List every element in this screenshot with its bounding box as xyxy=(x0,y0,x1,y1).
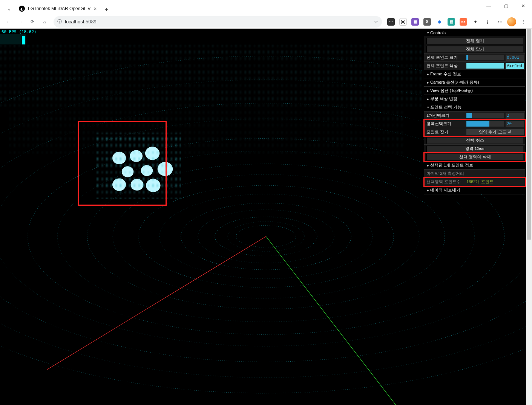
extension-6[interactable]: ▤ xyxy=(446,17,457,27)
slider[interactable] xyxy=(466,113,504,118)
page-scrollbar[interactable] xyxy=(526,29,532,405)
highlight-area-select: 영역선택크기 20 포인트 잡기 영역 추가 모드 ⇵ xyxy=(424,120,525,136)
bookmark-icon[interactable]: ☆ xyxy=(374,19,378,24)
value-field[interactable]: 20 xyxy=(506,121,524,127)
scrollbar-thumb[interactable] xyxy=(527,29,531,240)
chevron-down-icon: ⌄ xyxy=(7,6,11,12)
selection-cancel-button[interactable]: 선택 취소 xyxy=(424,136,525,145)
viewport: 60 FPS (18-62) ▾ Controls 전체 열기 전체 닫기 전체… xyxy=(0,29,532,405)
chevron-right-icon: ▸ xyxy=(426,164,430,167)
close-all-button[interactable]: 전체 닫기 xyxy=(424,45,525,53)
extension-5[interactable]: ◉ xyxy=(434,17,445,27)
folder-export[interactable]: ▸ 데이터 내보내기 xyxy=(424,186,525,194)
delete-selected-area-button[interactable]: 선택 영역의 삭제 xyxy=(424,153,525,161)
last-two-distance: 마지막 2개 측정거리 xyxy=(424,170,525,178)
count-value: 1662개 포인트 xyxy=(466,179,494,185)
extension-4[interactable]: S xyxy=(422,17,432,27)
svg-rect-18 xyxy=(9,107,405,154)
color-swatch[interactable] xyxy=(466,63,504,69)
extension-2[interactable]: (■) xyxy=(398,17,408,27)
chevron-down-icon: ▾ xyxy=(426,31,430,35)
folder-partial-color[interactable]: ▸ 부분 색상 변경 xyxy=(424,95,525,103)
slider[interactable] xyxy=(466,121,504,127)
fps-graph xyxy=(0,34,26,44)
avatar-icon xyxy=(507,17,516,26)
window-titlebar: ⌄ ◐ LG Innotek MLiDAR OpenGL V × + ― ▢ ✕ xyxy=(0,0,532,15)
value-field[interactable]: 2 xyxy=(506,113,524,119)
window-controls: ― ▢ ✕ xyxy=(480,0,532,12)
folder-camera-options[interactable]: ▸ Camera 옵션(카메라 종류) xyxy=(424,78,525,87)
value-field[interactable]: 0.001 xyxy=(506,55,524,61)
open-all-button[interactable]: 전체 열기 xyxy=(424,37,525,45)
extension-1[interactable]: ⋯ xyxy=(386,17,396,27)
nav-back-button[interactable]: ← xyxy=(3,17,14,27)
folder-selected-point-info[interactable]: ▸ 선택한 1개 포인트 정보 xyxy=(424,161,525,170)
panel-title: Controls xyxy=(430,31,446,35)
selected-area-point-count: 선택영역 포인트수 1662개 포인트 xyxy=(424,178,525,186)
window-close-button[interactable]: ✕ xyxy=(515,0,532,12)
downloads-icon[interactable]: ⭳ xyxy=(482,17,493,27)
nav-reload-button[interactable]: ⟳ xyxy=(27,17,38,27)
mode-select[interactable]: 영역 추가 모드 ⇵ xyxy=(466,129,524,135)
media-control-icon[interactable]: ♪≡ xyxy=(494,17,505,27)
controls-panel: ▾ Controls 전체 열기 전체 닫기 전체 포인트 크기 0.001 전… xyxy=(424,29,525,194)
chevron-down-icon: ▾ xyxy=(426,105,430,109)
browser-tab[interactable]: ◐ LG Innotek MLiDAR OpenGL V × xyxy=(15,2,101,15)
window-minimize-button[interactable]: ― xyxy=(480,0,497,12)
area-clear-button[interactable]: 영역 Clear xyxy=(424,145,525,153)
new-tab-button[interactable]: + xyxy=(101,5,112,15)
folder-point-select[interactable]: ▾ 포인트 선택 기능 xyxy=(424,103,525,112)
selection-rectangle xyxy=(78,121,167,206)
address-bar[interactable]: ⓘ localhost:5089 ☆ xyxy=(54,16,382,28)
nav-home-button[interactable]: ⌂ xyxy=(39,17,50,27)
browser-toolbar: ← → ⟳ ⌂ ⓘ localhost:5089 ☆ ⋯ (■) ▦ S ◉ ▤… xyxy=(0,15,532,29)
folder-view-options[interactable]: ▸ View 옵션 (Top/Font등) xyxy=(424,87,525,95)
chevron-right-icon: ▸ xyxy=(426,188,430,192)
global-point-color[interactable]: 전체 포인트 색상 6ce1ed xyxy=(424,62,525,70)
folder-frame-info[interactable]: ▸ Frame 수신 정보 xyxy=(424,70,525,78)
extensions-icon[interactable]: ✦ xyxy=(470,17,481,27)
globe-icon: ◐ xyxy=(19,6,25,12)
extension-7[interactable]: ex xyxy=(458,17,469,27)
chrome-menu-button[interactable]: ⋮ xyxy=(518,17,529,27)
tab-search-button[interactable]: ⌄ xyxy=(3,3,15,15)
extension-3[interactable]: ▦ xyxy=(410,17,420,27)
nav-forward-button[interactable]: → xyxy=(15,17,26,27)
chevron-right-icon: ▸ xyxy=(426,97,430,101)
color-value[interactable]: 6ce1ed xyxy=(506,63,524,69)
panel-root-folder[interactable]: ▾ Controls xyxy=(424,29,525,37)
site-info-icon[interactable]: ⓘ xyxy=(57,18,62,25)
chevron-right-icon: ▸ xyxy=(426,89,430,93)
tab-title: LG Innotek MLiDAR OpenGL V xyxy=(28,6,90,11)
chevron-right-icon: ▸ xyxy=(426,72,430,76)
url-text: localhost:5089 xyxy=(65,19,97,24)
area-select-size[interactable]: 영역선택크기 20 xyxy=(424,120,525,128)
close-icon[interactable]: × xyxy=(94,6,97,12)
global-point-size[interactable]: 전체 포인트 크기 0.001 xyxy=(424,53,525,62)
profile-avatar[interactable] xyxy=(506,17,517,27)
slider[interactable] xyxy=(466,55,504,60)
point-grab-mode[interactable]: 포인트 잡기 영역 추가 모드 ⇵ xyxy=(424,128,525,136)
window-maximize-button[interactable]: ▢ xyxy=(497,0,515,12)
select-arrows-icon: ⇵ xyxy=(508,130,511,134)
highlight-delete-area: 선택 영역의 삭제 xyxy=(424,153,525,161)
chevron-right-icon: ▸ xyxy=(426,81,430,84)
single-select-size[interactable]: 1개선택크기 2 xyxy=(424,112,525,120)
highlight-area-count: 선택영역 포인트수 1662개 포인트 xyxy=(424,178,525,186)
